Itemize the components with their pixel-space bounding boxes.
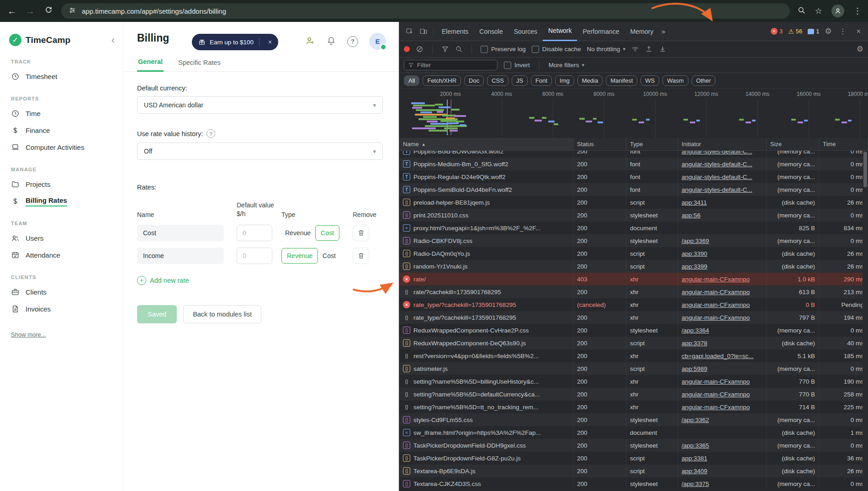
throttling-select[interactable]: No throttling▾: [587, 46, 625, 53]
inspect-element-icon[interactable]: [403, 25, 417, 38]
initiator-link[interactable]: app:56: [682, 212, 700, 219]
network-request-row[interactable]: TPoppins-Bold-BOWGwsGx.woff2200fontangul…: [399, 151, 868, 158]
import-har-icon[interactable]: [645, 45, 653, 53]
initiator-link[interactable]: /app:3364: [682, 327, 709, 334]
promo-banner[interactable]: Earn up to $100 ×: [192, 34, 278, 50]
initiator-link[interactable]: angular-main-CFxamnpo: [682, 378, 750, 385]
initiator-link[interactable]: angular-styles-default-C...: [682, 151, 752, 155]
filter-input[interactable]: Filter: [404, 60, 498, 70]
bookmark-star-icon[interactable]: ☆: [815, 6, 822, 16]
column-header-type[interactable]: Type: [626, 138, 678, 150]
reload-icon[interactable]: [43, 5, 54, 16]
network-request-row[interactable]: {}satismeter.js200scriptapp:5989(memory …: [399, 362, 868, 375]
url-bar[interactable]: app.timecamp.com/app#/settings/addons/bi…: [61, 3, 790, 19]
initiator-link[interactable]: angular-main-CFxamnpo: [682, 301, 750, 308]
rate-name[interactable]: Income: [137, 248, 224, 264]
network-request-row[interactable]: {}rate_type/?cachekill=1735901768295200x…: [399, 311, 868, 324]
scrollbar[interactable]: [863, 151, 868, 491]
invite-user-icon[interactable]: [305, 36, 315, 48]
tab-general[interactable]: General: [137, 58, 164, 72]
network-request-row[interactable]: {}setting?name%5B%5D=billingUseHistory&c…: [399, 375, 868, 388]
invert-checkbox[interactable]: Invert: [504, 62, 530, 69]
history-help-icon[interactable]: ?: [206, 129, 215, 138]
network-request-row[interactable]: {}rest?version=v4&pp=0&fields=fields%5B%…: [399, 349, 868, 362]
network-request-row[interactable]: ×rate_type/?cachekill=1735901768295(canc…: [399, 298, 868, 311]
filter-chip-font[interactable]: Font: [531, 75, 552, 86]
saved-button[interactable]: Saved: [137, 305, 177, 323]
network-request-row[interactable]: {}ReduxWrappedComponent-DeQ63s90.js200sc…: [399, 337, 868, 349]
column-header-initiator[interactable]: Initiator: [678, 138, 767, 150]
menu-kebab-icon[interactable]: ⋮: [853, 6, 862, 16]
network-request-row[interactable]: {}random-Yr1Vnuki.js200scriptapp:3399(di…: [399, 260, 868, 273]
network-request-row[interactable]: ≡sw_iframe.html?origin=https%3A%2F%2Fap.…: [399, 426, 868, 439]
initiator-link[interactable]: app:5989: [682, 365, 707, 372]
initiator-link[interactable]: /app:3369: [682, 238, 709, 244]
promo-close-icon[interactable]: ×: [264, 38, 276, 46]
sidebar-item-clients[interactable]: Clients: [0, 284, 123, 301]
record-network-log-icon[interactable]: [404, 46, 410, 52]
notifications-bell-icon[interactable]: [326, 36, 336, 48]
devtools-settings-icon[interactable]: ⚙: [825, 26, 831, 36]
user-avatar[interactable]: E: [369, 33, 386, 50]
column-header-name[interactable]: Name▲: [399, 138, 573, 150]
rate-name[interactable]: Cost: [137, 225, 224, 241]
checkbox[interactable]: [532, 46, 539, 53]
initiator-link[interactable]: app:3390: [682, 250, 707, 257]
initiator-link[interactable]: angular-main-CFxamnpo: [682, 289, 750, 296]
network-request-row[interactable]: TPoppins-Medium-Bm_0_SfG.woff2200fontang…: [399, 158, 868, 170]
add-new-rate-button[interactable]: + Add new rate: [137, 276, 399, 285]
initiator-link[interactable]: angular-main-CFxamnpo: [682, 391, 750, 398]
filter-chip-ws[interactable]: WS: [640, 75, 659, 86]
console-errors-badge[interactable]: ×3: [771, 28, 783, 35]
network-request-row[interactable]: {}ReduxWrappedComponent-CvHrae2P.css200s…: [399, 324, 868, 337]
devtools-tab-performance[interactable]: Performance: [577, 22, 625, 41]
type-option-revenue[interactable]: Revenue: [281, 248, 318, 264]
initiator-link[interactable]: app:3409: [682, 468, 707, 475]
sidebar-item-computer-activities[interactable]: Computer Activities: [0, 139, 123, 156]
checkbox[interactable]: [504, 62, 511, 69]
initiator-link[interactable]: angular-main-CFxamnpo: [682, 276, 750, 283]
more-tabs-icon[interactable]: »: [659, 28, 668, 35]
devtools-tab-sources[interactable]: Sources: [508, 22, 543, 41]
export-har-icon[interactable]: [659, 45, 667, 53]
filter-chip-media[interactable]: Media: [577, 75, 603, 86]
filter-chip-img[interactable]: Img: [555, 75, 574, 86]
devtools-tab-elements[interactable]: Elements: [436, 22, 474, 41]
sidebar-item-time[interactable]: Time: [0, 105, 123, 122]
back-icon[interactable]: ←: [6, 6, 17, 16]
filter-chip-all[interactable]: All: [404, 75, 419, 86]
initiator-link[interactable]: app:3399: [682, 263, 707, 270]
network-request-row[interactable]: {}setting?name%5B%5D=tt_no_tracking_rem.…: [399, 401, 868, 413]
filter-chip-doc[interactable]: Doc: [464, 75, 484, 86]
filter-chip-fetch-xhr[interactable]: Fetch/XHR: [423, 75, 461, 86]
clear-network-log-icon[interactable]: [416, 45, 423, 53]
preserve-log-checkbox[interactable]: Preserve log: [481, 46, 526, 53]
currency-select[interactable]: USD American dollar ▾: [137, 96, 383, 114]
filter-chip-manifest[interactable]: Manifest: [606, 75, 637, 86]
delete-rate-button[interactable]: [353, 248, 369, 264]
initiator-link[interactable]: angular-styles-default-C...: [682, 174, 752, 180]
disable-cache-checkbox[interactable]: Disable cache: [532, 46, 581, 53]
initiator-link[interactable]: angular-main-CFxamnpo: [682, 404, 750, 411]
rate-value-input[interactable]: [237, 225, 272, 241]
delete-rate-button[interactable]: [353, 225, 369, 241]
filter-chip-js[interactable]: JS: [512, 75, 528, 86]
type-option-cost[interactable]: Cost: [315, 225, 339, 241]
help-icon[interactable]: ?: [347, 36, 358, 47]
network-request-row[interactable]: {}TaskPickerDropdownField-DDH9gxel.css20…: [399, 439, 868, 452]
network-request-row[interactable]: {}setting?name%5B%5D=defaultCurrency&ca.…: [399, 388, 868, 401]
network-conditions-icon[interactable]: [631, 45, 639, 53]
initiator-link[interactable]: /app:3362: [682, 417, 709, 423]
sidebar-item-users[interactable]: Users: [0, 230, 123, 247]
sidebar-collapse-icon[interactable]: ‹: [111, 35, 115, 45]
initiator-link[interactable]: app:3411: [682, 199, 707, 206]
network-request-row[interactable]: ×rate/403xhrangular-main-CFxamnpo1.0 kB2…: [399, 273, 868, 285]
network-request-row[interactable]: {}preload-helper-BE81jqem.js200scriptapp…: [399, 196, 868, 209]
initiator-link[interactable]: angular-styles-default-C...: [682, 186, 752, 193]
filter-chip-wasm[interactable]: Wasm: [662, 75, 688, 86]
initiator-link[interactable]: /app:3375: [682, 480, 709, 487]
network-request-row[interactable]: ≡proxy.html?usegapi=1&jsh=m%3B%2F_%2F...…: [399, 222, 868, 234]
more-filters-button[interactable]: More filters▾: [549, 62, 584, 69]
column-header-status[interactable]: Status: [573, 138, 626, 150]
type-option-cost[interactable]: Cost: [319, 248, 339, 263]
